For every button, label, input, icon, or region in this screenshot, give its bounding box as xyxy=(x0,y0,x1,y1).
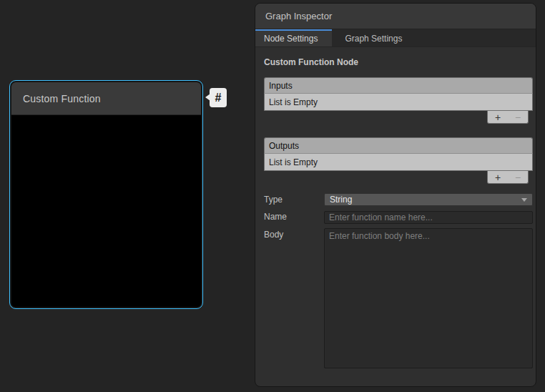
inputs-list-header-label: Inputs xyxy=(269,81,293,91)
function-fields: Type String Name Body xyxy=(264,193,533,371)
tab-graph-settings[interactable]: Graph Settings xyxy=(332,29,415,46)
name-field-row: Name xyxy=(264,210,533,224)
inspector-tab-row: Node Settings Graph Settings xyxy=(255,29,536,47)
inputs-list-empty-row: List is Empty xyxy=(264,93,533,111)
type-field-row: Type String xyxy=(264,193,533,206)
custom-function-node[interactable]: Custom Function xyxy=(9,80,203,309)
graph-canvas[interactable]: Custom Function # Graph Inspector Node S… xyxy=(0,0,545,392)
inputs-list-footerwrap: + − xyxy=(264,111,533,124)
body-label: Body xyxy=(264,228,324,240)
inputs-list: Inputs List is Empty + − xyxy=(264,77,533,124)
outputs-list-header-label: Outputs xyxy=(269,141,299,151)
outputs-list: Outputs List is Empty + − xyxy=(264,137,533,184)
node-header[interactable]: Custom Function xyxy=(11,82,201,115)
node-box: Custom Function xyxy=(11,82,201,307)
chevron-down-icon xyxy=(521,198,527,202)
graph-inspector-panel: Graph Inspector Node Settings Graph Sett… xyxy=(255,3,536,387)
node-title: Custom Function xyxy=(23,93,101,104)
body-field-row: Body xyxy=(264,228,533,371)
inspector-titlebar[interactable]: Graph Inspector xyxy=(255,4,536,29)
outputs-add-button[interactable]: + xyxy=(489,172,506,182)
tab-node-settings[interactable]: Node Settings xyxy=(255,29,332,46)
node-body xyxy=(11,115,201,307)
outputs-remove-button[interactable]: − xyxy=(509,172,526,182)
inputs-empty-label: List is Empty xyxy=(269,97,318,107)
type-label: Type xyxy=(264,193,324,205)
tab-node-settings-label: Node Settings xyxy=(264,34,318,44)
outputs-empty-label: List is Empty xyxy=(269,157,318,167)
inputs-add-button[interactable]: + xyxy=(489,112,506,122)
outputs-list-footerwrap: + − xyxy=(264,171,533,184)
node-settings-heading: Custom Function Node xyxy=(264,57,533,67)
hash-badge-glyph: # xyxy=(215,92,222,104)
outputs-list-header: Outputs xyxy=(264,137,533,153)
hash-badge-icon[interactable]: # xyxy=(210,88,227,107)
outputs-list-footer: + − xyxy=(487,171,529,184)
type-dropdown[interactable]: String xyxy=(324,193,533,206)
name-label: Name xyxy=(264,210,324,222)
type-dropdown-value: String xyxy=(330,195,352,205)
inspector-title: Graph Inspector xyxy=(265,11,332,21)
tab-graph-settings-label: Graph Settings xyxy=(345,34,402,44)
function-body-textarea[interactable] xyxy=(324,228,533,368)
function-name-input[interactable] xyxy=(324,211,533,224)
outputs-list-empty-row: List is Empty xyxy=(264,153,533,171)
inputs-list-footer: + − xyxy=(487,111,529,124)
inspector-content: Custom Function Node Inputs List is Empt… xyxy=(255,47,536,371)
inputs-remove-button[interactable]: − xyxy=(509,112,526,122)
inputs-list-header: Inputs xyxy=(264,77,533,93)
